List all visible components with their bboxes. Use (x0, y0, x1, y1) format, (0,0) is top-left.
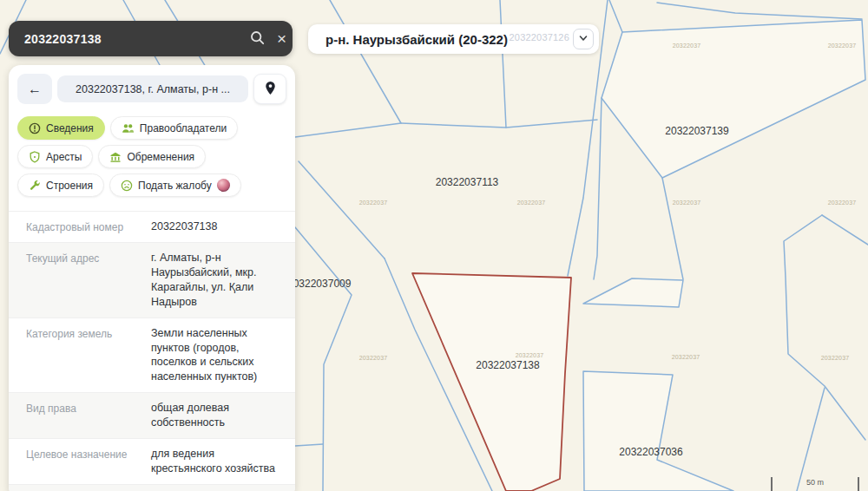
parcel-minor-label: 20322037 (517, 200, 546, 206)
address-pill[interactable]: 20322037138, г. Алматы, р-н ... (57, 75, 248, 102)
detail-label: Кадастровый номер (26, 219, 141, 234)
parcel-minor-label: 20322037 (673, 200, 701, 206)
detail-value: для ведения крестьянского хозяйства (151, 447, 279, 476)
tab-label: Строения (46, 180, 93, 192)
wrench-icon (29, 180, 41, 192)
parcel-minor-label: 20322037 (359, 200, 388, 206)
parcel-minor-label: 20322037 (828, 43, 857, 49)
detail-label: Вид права (26, 401, 141, 416)
table-row: Вид права общая долевая собственность (9, 392, 295, 438)
info-icon (29, 122, 41, 134)
table-row: Площадь всего по документам 5500.00 м² (… (9, 484, 295, 491)
district-select[interactable]: р-н. Наурызбайский (20-322) 20322037126 (308, 24, 599, 54)
detail-value: г. Алматы, р-н Наурызбайский, мкр. Караг… (151, 251, 279, 310)
table-row: Категория земель Земли населенных пункто… (9, 318, 295, 393)
close-icon: × (277, 30, 286, 47)
back-button[interactable]: ← (17, 74, 52, 104)
parcel-minor-label: 20322037 (359, 355, 388, 361)
search-bar: × (9, 21, 293, 56)
parcel-details-panel: ← 20322037138, г. Алматы, р-н ... Сведен… (9, 65, 295, 491)
detail-value: 20322037138 (151, 219, 279, 234)
detail-value: общая долевая собственность (151, 401, 279, 430)
tab-label: Подать жалобу (138, 180, 212, 192)
map-scale-label: 50 m (806, 478, 824, 487)
district-name: р-н. Наурызбайский (20-322) (308, 32, 508, 47)
shield-icon (29, 151, 41, 163)
back-arrow-icon: ← (28, 82, 42, 96)
table-row: Кадастровый номер 20322037138 (9, 211, 295, 242)
tab-obremeneniya[interactable]: Обременения (98, 145, 206, 168)
clear-search-button[interactable]: × (277, 30, 286, 47)
tab-podat-zhalobu[interactable]: Подать жалобу (109, 173, 241, 197)
detail-label: Категория земель (26, 326, 141, 341)
district-ghost-value: 20322037126 (510, 32, 570, 43)
parcel-label: 20322037036 (619, 446, 682, 458)
parcel-details-table: Кадастровый номер 20322037138 Текущий ад… (9, 211, 295, 491)
district-dropdown-button[interactable] (573, 29, 594, 49)
pleading-emoji-icon (217, 179, 230, 192)
users-icon (122, 122, 135, 134)
tab-label: Обременения (127, 151, 194, 163)
detail-label: Текущий адрес (26, 251, 141, 265)
chevron-down-icon (578, 33, 589, 46)
tab-svedeniya[interactable]: Сведения (17, 116, 105, 140)
parcel-minor-label: 20322037 (673, 43, 701, 49)
tab-label: Аресты (46, 151, 82, 163)
detail-value: Земли населенных пунктов (городов, посел… (151, 326, 279, 385)
parcel-label: 20322037009 (287, 278, 351, 290)
table-row: Целевое назначение для ведения крестьянс… (9, 438, 295, 484)
parcel-minor-label: 20322037 (821, 355, 850, 361)
parcel-tabs: Сведения Правообладатели Аресты Обремене… (17, 116, 288, 197)
bank-icon (109, 151, 122, 163)
tab-aresty[interactable]: Аресты (17, 145, 93, 168)
locate-on-map-button[interactable] (253, 74, 286, 104)
parcel-label: 20322037113 (436, 176, 499, 188)
location-pin-icon (264, 81, 277, 98)
parcel-minor-label: 20322037 (516, 352, 544, 358)
parcel-label-selected: 20322037138 (476, 359, 539, 371)
map-scale-bar: 50 m (771, 477, 859, 491)
tab-label: Сведения (46, 122, 94, 134)
parcel-minor-label: 20322037 (828, 200, 857, 206)
sad-face-icon (121, 180, 133, 192)
search-input[interactable] (9, 32, 244, 46)
parcel-label: 20322037139 (665, 125, 728, 137)
search-icon (250, 30, 265, 48)
tab-label: Правообладатели (140, 122, 227, 134)
table-row: Текущий адрес г. Алматы, р-н Наурызбайск… (9, 242, 295, 318)
tab-stroeniya[interactable]: Строения (17, 173, 104, 197)
search-button[interactable] (250, 30, 265, 48)
tab-pravoobladateli[interactable]: Правообладатели (110, 116, 238, 140)
detail-label: Целевое назначение (26, 447, 141, 462)
parcel-minor-label: 20322037 (672, 354, 700, 360)
